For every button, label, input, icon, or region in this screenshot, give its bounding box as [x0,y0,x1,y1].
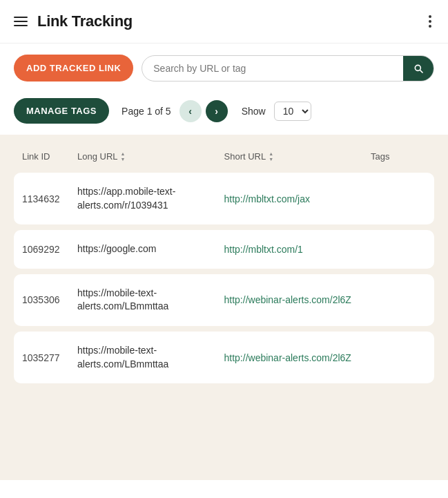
search-button[interactable] [403,56,434,81]
toolbar: ADD TRACKED LINK [0,44,448,93]
next-page-button[interactable]: › [206,100,228,122]
row-2-short-url: http://mbltxt.com/1 [224,244,371,255]
col-header-tags: Tags [371,151,426,162]
row-3-long-url: https://mobile-text-alerts.com/LBmmttaa [77,287,224,314]
row-1-short-url: http://mbltxt.com/jax [224,193,371,204]
col-header-short-url[interactable]: Short URL [224,151,371,162]
manage-tags-button[interactable]: MANAGE TAGS [14,98,109,124]
header-left: Link Tracking [14,12,133,30]
more-options-icon[interactable] [426,12,434,30]
row-4-short-url: http://webinar-alerts.com/2l6Z [224,352,371,363]
hamburger-menu-icon[interactable] [14,17,28,26]
page-navigation: ‹ › [179,100,228,122]
table-header: Link ID Long URL Short URL Tags [14,146,434,167]
sort-long-url-icon [121,151,126,162]
search-icon [413,63,424,74]
pagination-row: MANAGE TAGS Page 1 of 5 ‹ › Show 10 5 25… [0,93,448,135]
row-3-id: 1035306 [22,294,77,305]
page-title: Link Tracking [37,12,133,30]
prev-page-button[interactable]: ‹ [179,100,202,122]
search-input[interactable] [142,56,403,81]
col-header-long-url[interactable]: Long URL [77,151,224,162]
show-count-select[interactable]: 10 5 25 50 [274,102,311,121]
row-1-id: 1134632 [22,193,77,204]
add-tracked-link-button[interactable]: ADD TRACKED LINK [14,55,133,82]
table-row: 1069292 https://google.com http://mbltxt… [14,230,434,269]
row-1-long-url: https://app.mobile-text-alerts.com/r/103… [77,185,224,212]
row-4-id: 1035277 [22,352,77,363]
table-row: 1035306 https://mobile-text-alerts.com/L… [14,274,434,326]
sort-short-url-icon [269,151,273,162]
table-row: 1134632 https://app.mobile-text-alerts.c… [14,173,434,224]
table-row: 1035277 https://mobile-text-alerts.com/L… [14,332,434,383]
app-header: Link Tracking [0,0,448,44]
page-info: Page 1 of 5 [121,106,171,117]
table-container: Link ID Long URL Short URL Tags 1134632 … [0,135,448,480]
row-2-id: 1069292 [22,244,77,255]
show-label: Show [242,106,266,117]
row-4-long-url: https://mobile-text-alerts.com/LBmmttaa [77,344,224,371]
row-2-long-url: https://google.com [77,242,224,256]
row-3-short-url: http://webinar-alerts.com/2l6Z [224,294,371,305]
col-header-link-id: Link ID [22,151,77,162]
search-container [142,55,434,82]
